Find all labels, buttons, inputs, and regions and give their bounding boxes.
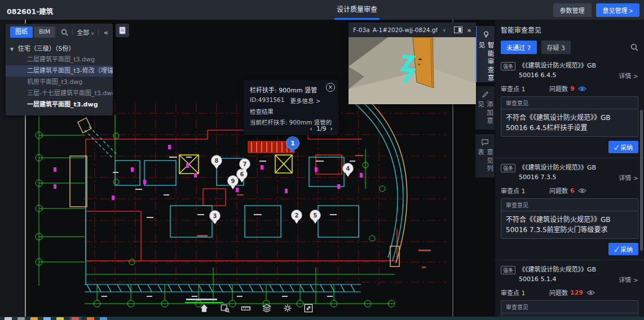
tooltip-title: 栏杆扶手: 900mm 竖管 — [250, 85, 332, 94]
scrollbar-thumb[interactable] — [640, 110, 643, 251]
settings-button[interactable] — [281, 301, 294, 315]
topbar-actions: 参数管理 意见管理 > — [553, 3, 639, 17]
search-icon[interactable] — [61, 29, 68, 36]
top-bar: 082601-建筑 设计质量审查 参数管理 意见管理 > — [0, 0, 644, 20]
comment-icon — [481, 139, 489, 145]
taskbar-icon[interactable] — [87, 317, 94, 320]
smart-review-panel: 智能审查意见 未通过 7 存疑 3 强条 《《建筑设计防火规范》》GB 5001… — [495, 20, 644, 320]
collapse-panel-icon[interactable]: « — [104, 28, 108, 37]
file-item-current[interactable]: 一层建筑平面图_t3.dwg — [6, 99, 113, 110]
issue-pin-5[interactable]: 5 — [310, 210, 321, 221]
review-card-list: 强条 《《建筑设计防火规范》》GB 50016 6.4.5 详情 > 审查点 1… — [495, 56, 644, 320]
measure-button[interactable] — [239, 301, 253, 315]
accept-button[interactable]: ✓ 采纳 — [608, 243, 638, 255]
taskbar-icon[interactable] — [43, 317, 51, 320]
bulb-icon — [482, 31, 490, 38]
check-icon: ✓ — [614, 144, 619, 151]
detail-link[interactable]: 详情 > — [619, 173, 638, 182]
opinion-manage-button[interactable]: 意见管理 > — [596, 3, 639, 17]
filter-all-dropdown[interactable]: 全部∨ — [77, 28, 94, 37]
review-point: 审查点 1 — [501, 84, 549, 93]
divider — [72, 29, 73, 35]
issue-pin-4[interactable]: 4 — [342, 163, 354, 174]
chevron-down-icon[interactable]: ∨ — [443, 28, 446, 33]
param-manage-button[interactable]: 参数管理 — [553, 3, 592, 17]
eye-icon[interactable] — [578, 188, 586, 194]
issue-count-label: 问题数 — [549, 84, 568, 93]
tab-design-quality-review[interactable]: 设计质量审查 — [330, 0, 384, 20]
review-panel-title: 智能审查意见 — [501, 25, 638, 34]
os-taskbar[interactable] — [0, 317, 644, 320]
issue-count-label: 问题数 — [549, 186, 568, 195]
model-viewer: F-03a_A-1#2020-wjj-0824.gfc ∨ » — [349, 23, 476, 104]
taskbar-icon-active[interactable] — [69, 317, 81, 320]
page-indicator: 1/9 — [316, 125, 327, 132]
sheet-thumbnail-button[interactable] — [116, 24, 129, 37]
issue-count: 129 — [570, 289, 583, 296]
tab-doubtful[interactable]: 存疑 3 — [541, 41, 571, 54]
canvas-toolbar — [197, 301, 315, 315]
tab-failed[interactable]: 未通过 7 — [501, 41, 537, 54]
review-filter-tabs: 未通过 7 存疑 3 — [501, 41, 638, 54]
side-tab-opinion-list[interactable]: 意见列表 — [475, 134, 495, 177]
issue-pin-3[interactable]: 3 — [209, 210, 220, 221]
drawing-list-panel: 图纸 BIM 全部∨ « ▼ 住宅（三级）（5份） 二层建筑平面图_t3.dwg… — [6, 24, 113, 115]
detail-link[interactable]: 详情 > — [619, 275, 638, 284]
taskbar-icon[interactable] — [17, 317, 25, 320]
layers-button[interactable] — [260, 301, 274, 315]
opinion-box-title: 审查意见 — [501, 199, 638, 211]
mandatory-badge: 强条 — [501, 164, 515, 172]
side-tab-smart-review[interactable]: 智能审查意见 — [475, 26, 495, 82]
divider — [98, 29, 99, 35]
zoom-window-button[interactable] — [218, 301, 232, 315]
issue-pin-7[interactable]: 7 — [239, 158, 250, 170]
issue-pin-1[interactable]: 1 — [286, 136, 299, 150]
issue-tooltip: × 栏杆扶手: 900mm 竖管 ID:4931561 更多信息 > 检查结果 … — [244, 80, 338, 135]
search-icon[interactable] — [630, 43, 638, 51]
prev-page-icon[interactable]: ‹ — [310, 125, 312, 132]
drawing-list-header: 图纸 BIM 全部∨ « — [6, 24, 113, 41]
review-card: 强条 《《建筑设计防火规范》》GB 50016 5.1.4 详情 > 审查点 1… — [495, 260, 644, 320]
file-item[interactable]: 三层-十七层建筑平面图_t3.dwg — [6, 88, 113, 99]
tree-group-residential[interactable]: ▼ 住宅（三级）（5份） — [6, 42, 113, 54]
more-info-link[interactable]: 更多信息 > — [290, 96, 320, 105]
opinion-box-title: 审查意见 — [501, 97, 638, 109]
taskbar-icon[interactable] — [5, 317, 12, 320]
close-icon[interactable]: × — [326, 83, 335, 92]
mandatory-badge: 强条 — [501, 266, 515, 274]
model-3d-view[interactable] — [349, 37, 476, 104]
tooltip-element-id: ID:4931561 — [250, 96, 284, 105]
opinion-text: 不符合《《建筑设计防火规范》》GB 50016 6.4.5栏杆扶手设置 — [501, 109, 638, 136]
taskbar-icon[interactable] — [30, 317, 38, 320]
taskbar-icon[interactable] — [56, 317, 64, 320]
issue-count-label: 问题数 — [549, 288, 568, 297]
detail-link[interactable]: 详情 > — [619, 71, 638, 80]
issue-pin-2[interactable]: 2 — [291, 210, 302, 221]
eye-icon[interactable] — [586, 290, 595, 296]
issue-pin-9[interactable]: 9 — [227, 175, 239, 186]
eye-icon[interactable] — [578, 86, 586, 92]
review-point: 审查点 1 — [501, 288, 549, 297]
file-item[interactable]: 二层建筑平面图_t3.dwg — [6, 54, 113, 65]
opinion-box: 审查意见 不符合《《建筑设计防火规范》》GB 50016 7.3.5前室防火门等… — [501, 198, 638, 239]
fullscreen-button[interactable] — [302, 301, 315, 315]
side-tab-add-opinion[interactable]: 添加意见 — [475, 86, 495, 130]
taskbar-icon[interactable] — [100, 317, 107, 320]
tree-expand-icon: ▼ — [10, 47, 14, 52]
file-tree: ▼ 住宅（三级）（5份） 二层建筑平面图_t3.dwg 二层建筑平面图_t3-修… — [6, 41, 113, 110]
home-view-button[interactable] — [197, 301, 211, 315]
chevron-down-icon: ∨ — [91, 31, 94, 36]
file-item[interactable]: 机房平面图_t3.dwg — [6, 77, 113, 88]
issue-pin-8[interactable]: 8 — [211, 155, 222, 166]
mandatory-badge: 强条 — [501, 62, 515, 70]
expand-viewer-icon[interactable]: » — [467, 26, 471, 34]
next-page-icon[interactable]: › — [330, 125, 333, 132]
file-item-selected[interactable]: 二层建筑平面图_t3-修改（埋锚门，窗... — [6, 65, 113, 77]
review-point: 审查点 1 — [501, 186, 549, 195]
tab-drawings[interactable]: 图纸 — [10, 26, 33, 38]
tab-bim[interactable]: BIM — [34, 26, 55, 38]
accept-button[interactable]: ✓ 采纳 — [608, 141, 638, 153]
review-card: 强条 《《建筑设计防火规范》》GB 50016 6.4.5 详情 > 审查点 1… — [495, 56, 644, 158]
model-select[interactable]: F-03a_A-1#2020-wjj-0824.gfc — [353, 26, 438, 33]
split-view-icon[interactable] — [454, 26, 462, 33]
